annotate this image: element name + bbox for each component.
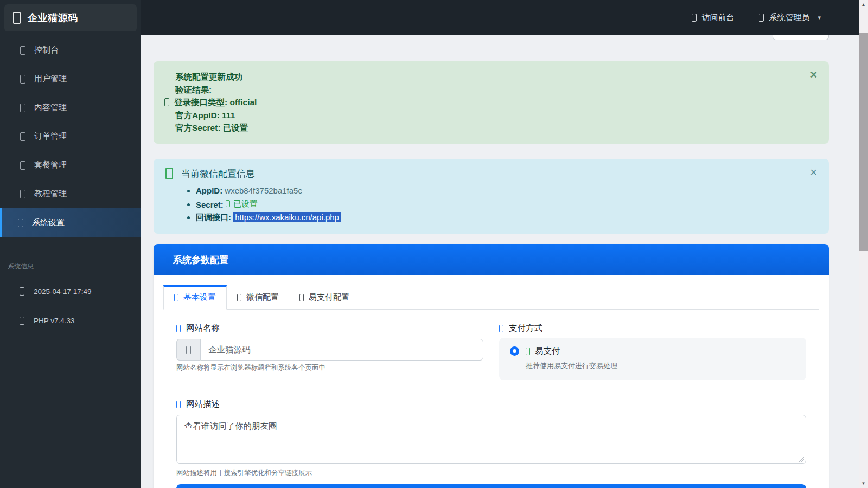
sidebar-item-tutorials[interactable]: 教程管理 xyxy=(0,179,141,208)
site-desc-field: 网站描述 查看谁访问了你的朋友圈 网站描述将用于搜索引擎优化和分享链接展示 xyxy=(176,399,806,478)
tutorials-icon xyxy=(20,190,25,198)
check-icon xyxy=(226,200,230,207)
php-version-item: PHP v7.4.33 xyxy=(0,306,141,335)
wallet-icon xyxy=(526,348,530,355)
site-desc-help: 网站描述将用于搜索引擎优化和分享链接展示 xyxy=(176,468,806,478)
close-icon[interactable]: × xyxy=(810,69,817,81)
appid-key: AppID: xyxy=(196,186,222,195)
sidebar-item-label: 套餐管理 xyxy=(34,160,67,170)
sidebar-item-users[interactable]: 用户管理 xyxy=(0,65,141,93)
file-text-icon xyxy=(176,401,181,408)
settings-card-body: 基本设置 微信配置 易支付配置 网站名称 xyxy=(154,275,829,488)
close-icon[interactable]: × xyxy=(810,166,817,178)
sidebar: 企业猫源码 控制台 用户管理 内容管理 订单管理 套餐管理 教程管理 系统设 xyxy=(0,0,141,488)
resize-handle[interactable] xyxy=(798,456,804,462)
server-time-label: 2025-04-17 17:49 xyxy=(34,287,92,296)
payment-option-card: 易支付 推荐使用易支付进行交易处理 xyxy=(499,338,806,380)
php-icon xyxy=(20,317,24,325)
success-line: 官方AppID: 111 xyxy=(164,109,802,122)
sidebar-item-packages[interactable]: 套餐管理 xyxy=(0,151,141,179)
payment-method-field: 支付方式 易支付 推荐使用易支付进行交易处理 xyxy=(499,323,806,380)
secret-key: Secret: xyxy=(196,200,224,209)
visit-frontend-link[interactable]: 访问前台 xyxy=(692,12,734,23)
callback-url[interactable]: https://wx.xakaiku.cn/api.php xyxy=(233,212,341,222)
appid-value: wxeb84f3752ba1fa5c xyxy=(225,186,302,195)
wechat-config-title-row: 当前微信配置信息 xyxy=(165,168,802,180)
sidebar-item-label: 用户管理 xyxy=(34,74,67,84)
wechat-icon xyxy=(165,168,173,179)
tab-wechat-config[interactable]: 微信配置 xyxy=(227,285,289,310)
brand[interactable]: 企业猫源码 xyxy=(4,4,137,31)
success-alert: 系统配置更新成功 验证结果: 登录接口类型: official 官方AppID:… xyxy=(154,61,829,144)
sidebar-nav: 控制台 用户管理 内容管理 订单管理 套餐管理 教程管理 系统设置 xyxy=(0,36,141,237)
site-desc-label: 网站描述 xyxy=(176,399,806,410)
external-link-icon xyxy=(692,14,697,22)
console-icon xyxy=(20,46,25,55)
site-name-input[interactable] xyxy=(200,339,483,361)
site-desc-textarea-wrap: 查看谁访问了你的朋友圈 xyxy=(176,415,806,466)
brand-title: 企业猫源码 xyxy=(28,11,78,24)
callback-key: 回调接口: xyxy=(196,213,231,222)
sidebar-item-label: 订单管理 xyxy=(34,131,67,142)
payment-method-label: 支付方式 xyxy=(499,323,806,334)
tab-basic-settings[interactable]: 基本设置 xyxy=(163,285,227,310)
globe-icon xyxy=(176,325,181,332)
appid-item: AppID: wxeb84f3752ba1fa5c xyxy=(196,184,802,197)
user-menu[interactable]: 系统管理员 ▾ xyxy=(759,12,821,23)
orders-icon xyxy=(20,132,25,141)
main-content: 系统配置更新成功 验证结果: 登录接口类型: official 官方AppID:… xyxy=(141,35,859,488)
basic-settings-panel: 网站名称 网站名称将显示在浏览器标题栏和系统各个页面中 xyxy=(163,310,819,488)
tab-epay-config[interactable]: 易支付配置 xyxy=(289,285,360,310)
success-line: 登录接口类型: official xyxy=(164,96,802,109)
packages-icon xyxy=(20,161,25,170)
scroll-down-button[interactable]: ▼ xyxy=(859,479,868,488)
scroll-thumb[interactable] xyxy=(859,33,868,251)
sidebar-item-console[interactable]: 控制台 xyxy=(0,36,141,65)
tag-icon xyxy=(186,346,191,354)
php-version-label: PHP v7.4.33 xyxy=(34,317,75,325)
scroll-up-button[interactable]: ▲ xyxy=(859,0,868,9)
settings-icon xyxy=(18,219,23,227)
site-name-input-group xyxy=(176,339,483,361)
wechat-config-title: 当前微信配置信息 xyxy=(181,168,255,180)
epay-radio[interactable] xyxy=(510,346,519,356)
success-line: 系统配置更新成功 xyxy=(164,70,802,84)
payment-help: 推荐使用易支付进行交易处理 xyxy=(526,361,795,371)
site-name-help: 网站名称将显示在浏览器标题栏和系统各个页面中 xyxy=(176,363,483,373)
sidebar-item-orders[interactable]: 订单管理 xyxy=(0,122,141,151)
settings-tab-bar: 基本设置 微信配置 易支付配置 xyxy=(163,285,819,310)
window-scrollbar[interactable]: ▲ ▼ xyxy=(859,0,868,488)
settings-card-header: 系统参数配置 xyxy=(154,244,829,275)
users-icon xyxy=(20,75,25,84)
clock-icon xyxy=(20,287,24,296)
payment-option: 易支付 xyxy=(510,345,795,357)
sidebar-item-label: 教程管理 xyxy=(34,189,67,199)
gear-icon xyxy=(174,294,178,301)
sidebar-section-title: 系统信息 xyxy=(0,262,141,271)
credit-card-icon xyxy=(499,325,503,332)
sidebar-item-content[interactable]: 内容管理 xyxy=(0,93,141,122)
next-section-header: 价格设置 xyxy=(176,484,806,488)
site-name-label: 网站名称 xyxy=(176,323,483,334)
user-menu-label: 系统管理员 xyxy=(769,12,809,23)
wechat-config-list: AppID: wxeb84f3752ba1fa5c Secret: 已设置 回调… xyxy=(196,184,802,224)
callback-item: 回调接口: https://wx.xakaiku.cn/api.php xyxy=(196,211,802,224)
sidebar-item-label: 内容管理 xyxy=(34,102,67,113)
wechat-tab-icon xyxy=(237,294,241,301)
brand-logo-icon xyxy=(13,12,21,24)
site-desc-textarea[interactable]: 查看谁访问了你的朋友圈 xyxy=(176,415,806,464)
epay-tab-icon xyxy=(299,294,304,301)
wechat-config-alert: 当前微信配置信息 AppID: wxeb84f3752ba1fa5c Secre… xyxy=(154,159,829,234)
success-line: 官方Secret: 已设置 xyxy=(164,121,802,134)
site-name-field: 网站名称 网站名称将显示在浏览器标题栏和系统各个页面中 xyxy=(176,323,483,380)
sidebar-item-label: 控制台 xyxy=(34,45,59,55)
secret-status: 已设置 xyxy=(226,197,258,210)
visit-frontend-label: 访问前台 xyxy=(701,12,734,23)
server-time-item: 2025-04-17 17:49 xyxy=(0,277,141,306)
caret-down-icon: ▾ xyxy=(818,14,821,21)
system-info-list: 2025-04-17 17:49 PHP v7.4.33 xyxy=(0,277,141,335)
sidebar-item-system-settings[interactable]: 系统设置 xyxy=(0,208,141,237)
user-dropdown-peek[interactable] xyxy=(773,35,829,40)
user-icon xyxy=(759,14,764,22)
success-line: 验证结果: xyxy=(164,84,802,97)
